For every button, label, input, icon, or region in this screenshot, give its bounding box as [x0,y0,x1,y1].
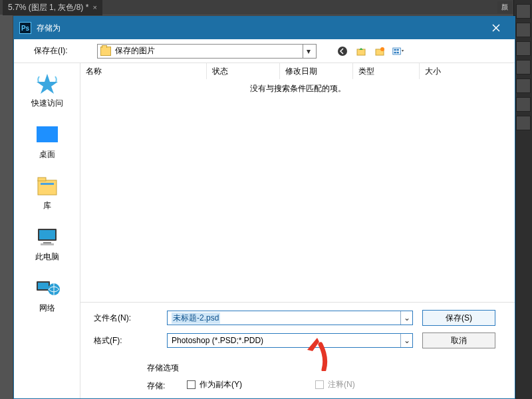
close-icon [491,23,501,33]
places-bar: 快速访问 桌面 库 此电脑 网络 [14,63,80,398]
save-in-label: 保存在(I): [34,45,97,57]
back-icon[interactable] [336,45,348,57]
col-status[interactable]: 状态 [207,63,280,79]
libraries-icon [34,174,61,198]
svg-rect-5 [394,49,396,50]
chevron-down-icon[interactable]: ⌄ [400,334,412,347]
place-label: 快速访问 [31,98,63,109]
place-label: 桌面 [39,149,55,160]
dialog-body: 快速访问 桌面 库 此电脑 网络 名称 状态 [14,63,515,398]
save-in-combo[interactable]: 保存的图片 ▾ [97,44,317,59]
chevron-down-icon[interactable]: ▾ [303,45,313,58]
look-in-row: 保存在(I): 保存的图片 ▾ [14,39,515,63]
format-label: 格式(F): [94,335,167,346]
view-menu-icon[interactable] [392,45,404,57]
svg-rect-9 [37,126,58,142]
save-as-dialog: Ps 存储为 保存在(I): 保存的图片 ▾ 快速访问 桌面 [13,16,515,399]
format-row: 格式(F): Photoshop (*.PSD;*.PDD) ⌄ 取消 [94,329,508,352]
annotations-label: 注释(N) [328,379,355,390]
place-libraries[interactable]: 库 [34,174,61,211]
desktop-icon [34,122,61,146]
form-area: 文件名(N): 未标题-2.psd ⌄ 保存(S) 格式(F): Photosh… [80,303,515,392]
panel-icon[interactable] [516,116,531,130]
content-column: 名称 状态 修改日期 类型 大小 没有与搜索条件匹配的项。 文件名(N): 未标… [80,63,515,398]
place-this-pc[interactable]: 此电脑 [34,225,61,263]
cancel-button[interactable]: 取消 [422,332,495,348]
document-tab-title: 5.7% (图层 1, 灰色/8) * [8,2,88,13]
svg-rect-11 [38,178,46,181]
right-panel-dock [513,0,532,399]
as-copy-label: 作为副本(Y) [200,379,242,390]
svg-rect-7 [397,49,399,50]
svg-rect-14 [39,230,55,239]
checkbox-box [187,380,196,389]
panel-icon[interactable] [516,23,531,37]
network-icon [34,276,61,300]
quick-access-icon [34,71,61,95]
col-name[interactable]: 名称 [80,63,207,79]
place-label: 网络 [39,303,55,314]
svg-point-3 [380,47,384,51]
place-network[interactable]: 网络 [34,276,61,314]
svg-rect-18 [38,283,49,289]
up-icon[interactable] [355,45,367,57]
filename-label: 文件名(N): [94,313,167,324]
panel-icon[interactable] [516,78,531,93]
list-header: 名称 状态 修改日期 类型 大小 [80,63,515,79]
save-options-label: 存储选项 [147,362,508,374]
close-button[interactable] [483,17,509,39]
place-label: 库 [43,200,51,211]
photoshop-icon: Ps [19,22,31,34]
panel-tabs: 颜 [497,1,512,13]
format-combo[interactable]: Photoshop (*.PSD;*.PDD) ⌄ [167,333,413,348]
filename-row: 文件名(N): 未标题-2.psd ⌄ 保存(S) [94,307,508,329]
save-button-label: 保存(S) [446,313,472,324]
svg-rect-8 [397,51,399,53]
close-tab-icon[interactable]: × [92,3,96,11]
svg-rect-4 [393,48,400,55]
dialog-title: 存储为 [37,23,61,34]
svg-rect-12 [41,183,54,185]
svg-rect-1 [357,49,365,55]
col-modified[interactable]: 修改日期 [280,63,353,79]
empty-message: 没有与搜索条件匹配的项。 [80,79,515,302]
panel-icon[interactable] [516,4,531,19]
svg-rect-10 [38,180,57,195]
panel-icon[interactable] [516,60,531,74]
annotations-checkbox: 注释(N) [315,379,355,390]
new-folder-icon[interactable] [374,45,386,57]
save-options-group: 存储选项 存储: 作为副本(Y) 注释(N) [147,358,508,392]
nav-icon-group [336,45,404,57]
filename-value: 未标题-2.psd [172,313,220,324]
this-pc-icon [34,225,61,249]
cancel-button-label: 取消 [451,335,467,346]
as-copy-checkbox[interactable]: 作为副本(Y) [187,379,242,390]
format-value: Photoshop (*.PSD;*.PDD) [172,336,263,345]
col-type[interactable]: 类型 [353,63,420,79]
panel-tab-color[interactable]: 颜 [497,1,512,13]
file-list-area: 名称 状态 修改日期 类型 大小 没有与搜索条件匹配的项。 [80,63,515,303]
document-tab-bar: 5.7% (图层 1, 灰色/8) * × [0,0,532,15]
storage-sublabel: 存储: [147,380,187,392]
svg-point-0 [338,47,347,56]
place-label: 此电脑 [35,251,59,263]
svg-rect-6 [394,51,396,53]
filename-combo[interactable]: 未标题-2.psd ⌄ [167,311,413,325]
chevron-down-icon[interactable]: ⌄ [400,311,412,325]
panel-icon[interactable] [516,41,531,56]
document-tab[interactable]: 5.7% (图层 1, 灰色/8) * × [3,0,102,15]
save-in-value: 保存的图片 [115,45,155,57]
col-size[interactable]: 大小 [420,63,515,79]
dialog-titlebar: Ps 存储为 [14,17,515,39]
svg-rect-16 [41,243,54,245]
place-desktop[interactable]: 桌面 [34,122,61,160]
svg-rect-15 [43,242,51,243]
panel-icon[interactable] [516,97,531,112]
folder-icon [100,47,111,56]
place-quick-access[interactable]: 快速访问 [31,71,63,109]
save-button[interactable]: 保存(S) [422,310,495,326]
checkbox-box [315,380,324,389]
